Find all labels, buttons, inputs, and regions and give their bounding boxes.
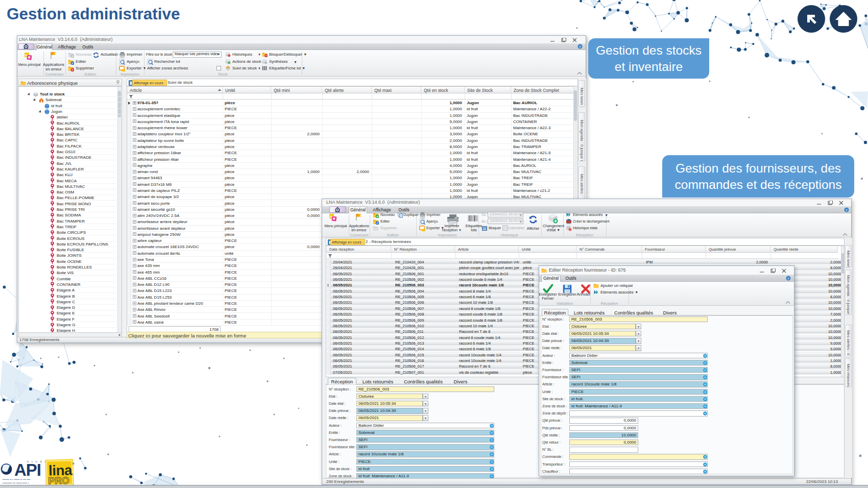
svg-text:?: ? xyxy=(787,277,789,281)
svg-text:?: ? xyxy=(579,45,581,49)
svg-text:▪▪▪▪▪▪▪▪▪▪ ▪▪▪ ▪▪▪▪▪▪ ▪▪▪▪▪ ▪: ▪▪▪▪▪▪▪▪▪▪ ▪▪▪ ▪▪▪▪▪▪ ▪▪▪▪▪ ▪ xyxy=(3,481,29,484)
svg-text:API: API xyxy=(14,460,41,479)
svg-text:▪▪▪▪▪▪▪ ▪▪ ▪ ▪▪▪▪▪▪ ▪▪ ▪▪▪: ▪▪▪▪▪▪▪ ▪▪ ▪ ▪▪▪▪▪▪ ▪▪ ▪▪▪ ▪▪▪▪ xyxy=(3,478,31,481)
svg-text:®: ® xyxy=(72,462,75,465)
svg-text:?: ? xyxy=(846,208,848,212)
